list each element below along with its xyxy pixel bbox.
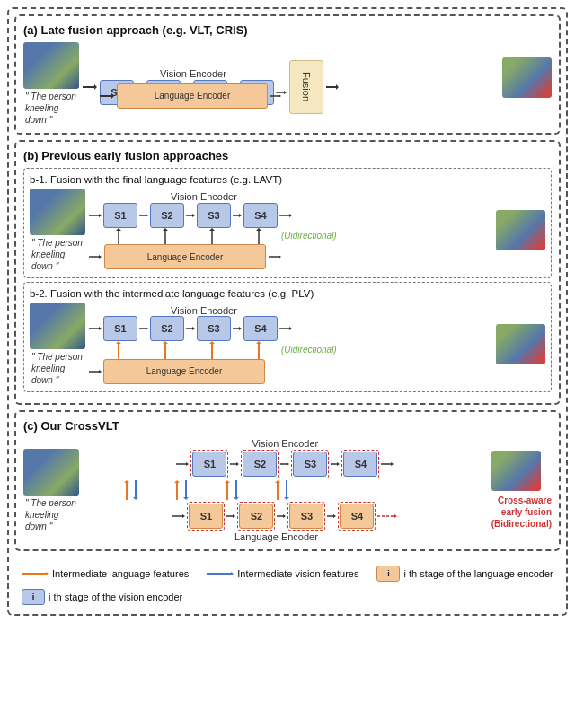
b1-middle: Vision Encoder S1 S2 S3 S4 — [89, 191, 492, 269]
c-vs3-wrap: S3 — [291, 450, 329, 478]
section-a: (a) Late fusion approach (e.g. VLT, CRIS… — [14, 14, 561, 135]
b1-varr-spacer1 — [137, 228, 146, 244]
svg-marker-35 — [99, 255, 102, 259]
b2-diagram: " The person kneeling down " Vision Enco… — [30, 303, 545, 386]
legend-vis-stage-box: i — [22, 589, 45, 605]
legend-blue: Intermediate vision features — [207, 566, 358, 582]
b2-spacer2 — [184, 341, 193, 359]
b2-arr-out — [279, 324, 292, 333]
section-c-title: (c) Our CrossVLT — [23, 419, 552, 433]
legend-blue-label: Intermediate vision features — [237, 568, 358, 579]
svg-marker-79 — [234, 497, 239, 500]
c-arr-in — [176, 460, 189, 469]
c-ls2-wrap: S2 — [237, 502, 275, 531]
b2-left: " The person kneeling down " — [30, 303, 85, 386]
c-arr-l-in — [172, 512, 185, 521]
b2-vs2: S2 — [150, 316, 184, 341]
c-ls1: S1 — [189, 504, 223, 529]
b1-title: b-1. Fusion with the final language feat… — [30, 174, 545, 185]
svg-marker-61 — [236, 462, 239, 466]
b2-vert-arrows: (Uidirectional) — [89, 341, 492, 359]
svg-marker-59 — [186, 462, 189, 466]
c-bidir-spacer2 — [201, 480, 212, 500]
b1-arr12 — [139, 211, 148, 220]
svg-marker-87 — [233, 514, 235, 518]
c-ls1-wrap: S1 — [187, 502, 225, 531]
quote-text-c: " The person kneeling down " — [25, 497, 77, 532]
legend-vis-stage-desc: i th stage of the vision encoder — [49, 592, 182, 602]
svg-marker-81 — [275, 480, 280, 483]
svg-marker-37 — [279, 255, 281, 259]
c-arr-v34 — [331, 460, 340, 469]
b1-vision-row: Vision Encoder S1 S2 S3 S4 — [89, 191, 492, 228]
svg-marker-63 — [287, 462, 289, 466]
b2-spacer3 — [231, 341, 240, 359]
sec-a-vision-label: Vision Encoder — [160, 68, 226, 79]
c-diagram: " The person kneeling down " Vision Enco… — [23, 438, 552, 542]
sec-a-left: " The person kneeling down " — [23, 42, 79, 126]
b2-oarr2 — [148, 341, 182, 359]
c-lang-enc: S1 S2 S3 S4 Language Encoder — [83, 502, 488, 542]
svg-marker-93 — [394, 514, 397, 518]
legend-orange: Intermediate language features — [22, 566, 189, 582]
c-ls4: S4 — [340, 504, 374, 529]
legend-vis-stage: i i th stage of the vision encoder — [22, 589, 182, 605]
b2-orange-arr2 — [161, 341, 170, 359]
c-arr-v23 — [280, 460, 289, 469]
b1-vs3: S3 — [197, 203, 231, 228]
c-orange-up1 — [123, 480, 130, 500]
c-bidir-spacer3 — [252, 480, 262, 500]
c-vs4-wrap: S4 — [341, 450, 379, 478]
input-image-a — [23, 42, 79, 89]
c-vs4: S4 — [343, 452, 377, 477]
input-image-b2 — [30, 303, 85, 349]
c-lang-stages: S1 S2 S3 S4 — [172, 502, 397, 531]
legend: Intermediate language features Intermedi… — [14, 562, 561, 609]
c-lang-label: Language Encoder — [234, 531, 318, 542]
svg-marker-17 — [99, 214, 102, 217]
c-ls4-wrap: S4 — [338, 502, 376, 531]
b1-vert-arrows: (Uidirectional) — [89, 228, 492, 244]
b1-vision-stages: S1 S2 S3 S4 — [89, 203, 292, 228]
b1-arr-out — [279, 211, 292, 220]
c-arr-v12 — [230, 460, 239, 469]
arr-lang-fusion-a — [270, 92, 281, 101]
arr-in-b1 — [89, 211, 102, 220]
b2-vision-label: Vision Encoder — [171, 305, 237, 316]
quote-text-b1: " The person kneeling down " — [31, 237, 84, 272]
b1-up-arr1 — [114, 228, 123, 244]
svg-marker-41 — [146, 327, 148, 330]
c-vs2-wrap: S2 — [241, 450, 279, 478]
c-vs1: S1 — [192, 452, 226, 477]
b2-vision-stages: S1 S2 S3 S4 — [89, 316, 292, 341]
main-container: (a) Late fusion approach (e.g. VLT, CRIS… — [7, 7, 568, 616]
b1-arr-lang-out — [269, 252, 281, 261]
b1-up-arr2 — [161, 228, 170, 244]
b2-arr23 — [186, 324, 195, 333]
svg-marker-39 — [99, 327, 102, 330]
b1-arr34 — [233, 211, 242, 220]
svg-marker-69 — [124, 480, 129, 483]
svg-marker-29 — [163, 228, 168, 231]
svg-marker-75 — [183, 497, 189, 500]
b1-diagram: " The person kneeling down " Vision Enco… — [30, 189, 545, 272]
svg-marker-57 — [99, 370, 102, 373]
svg-marker-31 — [209, 228, 215, 231]
b2-orange-arr3 — [208, 341, 217, 359]
c-vision-label: Vision Encoder — [252, 438, 318, 449]
quote-text-a: " The person kneeling down " — [25, 91, 77, 126]
c-ls3: S3 — [289, 504, 323, 529]
b2-vision-row: Vision Encoder S1 S2 S3 S4 — [89, 305, 492, 341]
b2-arr-in — [89, 324, 102, 333]
b1-varr-spacer3 — [231, 228, 240, 244]
b2-vs4: S4 — [243, 316, 278, 341]
b1-vs4: S4 — [243, 203, 278, 228]
svg-marker-73 — [174, 480, 180, 483]
c-arr-v-out — [381, 460, 394, 469]
c-bidir-arrows — [83, 480, 488, 500]
b2-vision-enc: Vision Encoder S1 S2 S3 S4 — [89, 305, 292, 341]
section-b-title: (b) Previous early fusion approaches — [23, 149, 552, 162]
b2-lang-box: Language Encoder — [103, 359, 265, 384]
section-a-title: (a) Late fusion approach (e.g. VLT, CRIS… — [23, 23, 552, 37]
sec-a-middle: Vision Encoder S1 S2 S3 S4 — [83, 60, 499, 109]
